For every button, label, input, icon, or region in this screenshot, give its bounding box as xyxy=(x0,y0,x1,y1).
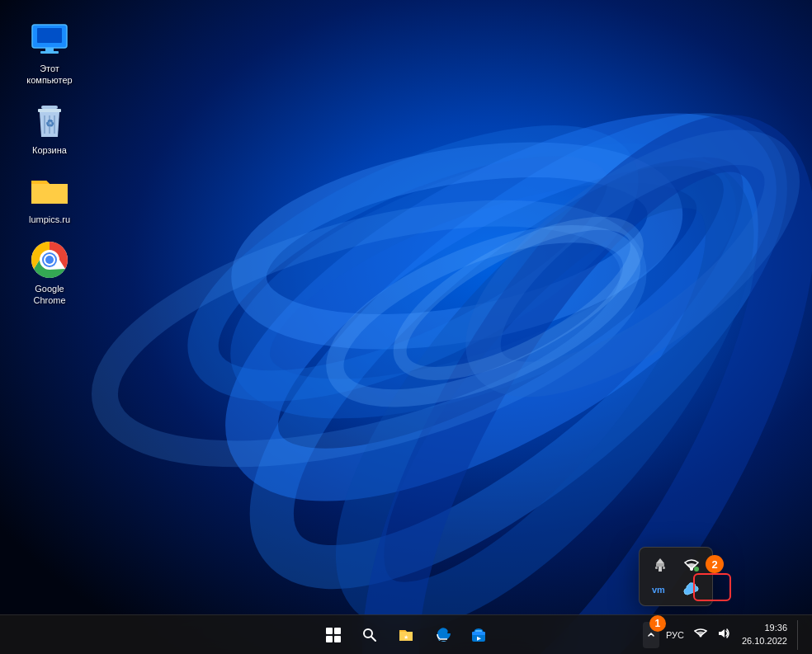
desktop-icon-recycle-bin[interactable]: ♻ Корзина xyxy=(17,98,83,159)
desktop-icon-google-chrome[interactable]: Google Chrome xyxy=(17,237,83,310)
svg-rect-16 xyxy=(41,106,58,109)
svg-rect-34 xyxy=(334,628,341,634)
desktop-icon-lumpics[interactable]: lumpics.ru xyxy=(17,167,83,228)
svg-point-31 xyxy=(694,567,699,572)
show-desktop-button[interactable] xyxy=(797,620,802,650)
monitor-icon xyxy=(30,20,69,59)
system-clock[interactable]: 19:36 26.10.2022 xyxy=(737,620,792,649)
desktop-icon-label-google-chrome: Google Chrome xyxy=(20,283,79,307)
desktop-icon-this-computer[interactable]: Этот компьютер xyxy=(17,16,83,90)
desktop-icons-area: Этот компьютер ♻ Корзина xyxy=(17,16,83,310)
svg-rect-17 xyxy=(38,109,61,112)
svg-rect-15 xyxy=(40,51,59,54)
folder-icon xyxy=(30,171,69,210)
tray-icon-usb[interactable] xyxy=(646,554,674,575)
svg-point-44 xyxy=(699,635,701,638)
network-tray-icon[interactable] xyxy=(691,624,710,645)
tray-icon-network[interactable] xyxy=(677,554,706,575)
taskbar-right: 1 РУС xyxy=(643,620,802,650)
chrome-icon xyxy=(30,240,69,280)
svg-text:▶: ▶ xyxy=(477,636,481,641)
recycle-bin-icon: ♻ xyxy=(30,101,69,141)
svg-rect-14 xyxy=(45,48,54,51)
svg-rect-36 xyxy=(334,636,341,642)
volume-tray-icon[interactable] xyxy=(714,624,734,645)
search-button[interactable] xyxy=(353,619,386,652)
svg-point-25 xyxy=(45,256,54,264)
svg-line-38 xyxy=(371,637,375,641)
file-explorer-button[interactable]: ★ xyxy=(389,619,423,652)
svg-rect-29 xyxy=(663,567,665,569)
badge-1: 1 xyxy=(649,615,666,632)
svg-rect-35 xyxy=(326,636,333,642)
svg-rect-27 xyxy=(656,563,664,567)
svg-text:♻: ♻ xyxy=(45,118,54,129)
tray-icon-vmware[interactable]: vm xyxy=(646,578,674,599)
microsoft-edge-button[interactable] xyxy=(426,619,459,652)
clock-date: 26.10.2022 xyxy=(742,635,787,647)
desktop: Этот компьютер ♻ Корзина xyxy=(0,0,812,654)
svg-rect-28 xyxy=(655,567,658,569)
svg-rect-33 xyxy=(326,628,333,634)
microsoft-store-button[interactable]: ▶ xyxy=(462,619,495,652)
svg-rect-13 xyxy=(37,28,62,43)
svg-text:vm: vm xyxy=(652,585,665,595)
clock-time: 19:36 xyxy=(742,622,787,634)
language-indicator[interactable]: РУС xyxy=(663,628,687,642)
desktop-icon-label-this-computer: Этот компьютер xyxy=(20,63,79,87)
start-button[interactable] xyxy=(317,619,350,652)
svg-point-30 xyxy=(690,567,693,571)
taskbar: ★ ▶ xyxy=(0,614,812,654)
desktop-icon-label-recycle-bin: Корзина xyxy=(32,144,67,156)
taskbar-center-icons: ★ ▶ xyxy=(317,619,495,652)
desktop-icon-label-lumpics: lumpics.ru xyxy=(29,214,70,225)
badge-2: 2 xyxy=(706,555,724,573)
svg-rect-42 xyxy=(472,632,485,635)
cloud-icon-highlight xyxy=(693,573,731,601)
svg-text:★: ★ xyxy=(404,634,408,640)
